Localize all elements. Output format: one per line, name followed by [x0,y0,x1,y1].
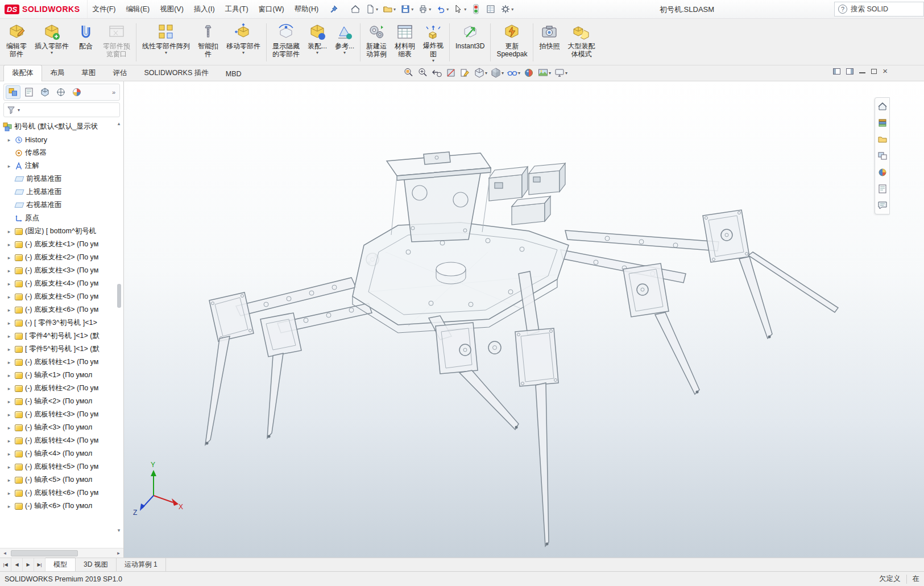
apply-scene-button[interactable]: ▾ [536,66,552,80]
tree-vertical-scrollbar[interactable]: ▴ ▾ [115,119,123,548]
tree-item-component[interactable]: ▸(-) 轴承<6> (По умол [0,500,123,513]
expand-arrow-icon[interactable]: ▸ [6,490,13,496]
tree-item-component[interactable]: ▸(-) 底板支柱<6> (По ум [0,303,123,316]
tree-item-component[interactable]: ▸(-) 底板转柱<3> (По ум [0,408,123,421]
ribbon-button-update-speedpak[interactable]: 更新 Speedpak [492,20,531,64]
tree-item-component[interactable]: ▸(-) [ 零件3^初号机 ]<1> [0,316,123,329]
expand-arrow-icon[interactable]: ▸ [6,438,13,444]
hexapod-model[interactable]: Y X Z [124,81,924,558]
expand-arrow-icon[interactable]: ▸ [6,464,13,470]
tree-item-component[interactable]: ▸(-) 轴承<1> (По умол [0,369,123,382]
expand-arrow-icon[interactable]: ▸ [6,451,13,457]
ribbon-button-linear-pattern[interactable]: 线性零部件阵列 ▾ [138,20,194,64]
tree-item-component[interactable]: ▸[ 零件4^初号机 ]<1> (默 [0,329,123,342]
tree-item-component[interactable]: ▸(-) 底板转柱<5> (По ум [0,460,123,473]
tree-item-sensors[interactable]: 传感器 [0,146,123,159]
expand-arrow-icon[interactable]: ▸ [6,373,13,378]
view-palette-icon[interactable] [876,150,889,162]
ribbon-button-move-component[interactable]: 移动零部件 ▾ [222,20,264,64]
ribbon-button-bill-of-materials[interactable]: 材料明 细表 [391,20,419,64]
scrollbar-thumb[interactable] [117,284,121,308]
tree-item-component[interactable]: ▸(-) 底板转柱<2> (По ум [0,382,123,395]
tab-layout[interactable]: 布局 [42,65,73,81]
tab-evaluate[interactable]: 评估 [105,65,136,81]
tree-item-annotations[interactable]: ▸ 注解 [0,159,123,172]
scrollbar-track[interactable] [10,548,114,558]
search-input[interactable]: 搜索 SOLID [851,5,888,14]
tab-3d-views[interactable]: 3D 视图 [76,558,117,571]
ribbon-button-show-hidden-components[interactable]: 显示隐藏 的零部件 [268,20,304,64]
menu-window[interactable]: 窗口(W) [254,0,289,18]
pane-right-icon[interactable] [846,68,853,75]
tree-item-component[interactable]: ▸[ 零件5^初号机 ]<1> (默 [0,342,123,356]
rebuild-button[interactable] [469,3,483,15]
tree-item-top-plane[interactable]: 上视基准面 [0,185,123,199]
tree-item-component[interactable]: ▸(-) 轴承<5> (По умол [0,473,123,486]
design-library-icon[interactable] [876,117,889,129]
expand-arrow-icon[interactable]: ▸ [6,399,13,405]
view-orientation-button[interactable]: ▾ [473,66,488,80]
tree-item-component[interactable]: ▸(-) 底板支柱<1> (По ум [0,238,123,251]
tab-solidworks-addins[interactable]: SOLIDWORKS 插件 [136,65,217,81]
tree-item-component[interactable]: ▸(-) 轴承<4> (По умол [0,447,123,460]
expand-arrow-icon[interactable]: ▸ [6,477,13,483]
tree-item-component[interactable]: ▸(-) 轴承<2> (По умол [0,395,123,408]
expand-arrow-icon[interactable]: ▸ [6,360,13,365]
tree-item-component[interactable]: ▸(-) 底板支柱<4> (По ум [0,277,123,290]
ribbon-button-reference-geometry[interactable]: 参考... ▾ [331,20,358,64]
propertymanager-tab[interactable] [22,85,36,99]
forum-icon[interactable] [876,199,889,212]
dynamic-annotation-button[interactable] [458,66,472,80]
print-button[interactable]: ▾ [416,3,433,15]
search-box[interactable]: ? 搜索 SOLID [834,2,924,16]
appearances-scenes-icon[interactable] [876,166,889,179]
tab-mbd[interactable]: MBD [217,67,250,81]
tree-filter[interactable]: ▾ [3,102,120,117]
section-view-button[interactable] [444,66,458,80]
scroll-left-icon[interactable]: ◂ [0,548,10,558]
scrollbar-thumb[interactable] [11,550,78,556]
tab-motion-study-1[interactable]: 运动算例 1 [117,558,166,571]
home-button[interactable] [349,3,362,15]
model-leg-mid-right[interactable] [561,250,699,394]
tree-item-component[interactable]: ▸(-) 底板转柱<6> (По ум [0,486,123,500]
displaymanager-tab[interactable] [69,85,84,99]
close-button[interactable]: × [882,68,888,75]
menu-edit[interactable]: 编辑(E) [121,0,155,18]
expand-arrow-icon[interactable]: ▸ [6,268,13,274]
select-tool-button[interactable]: ▾ [451,3,468,15]
edit-appearance-button[interactable] [522,66,536,80]
tree-item-root[interactable]: 初号机 (默认<默认_显示状 [0,120,123,133]
expand-arrow-icon[interactable]: ▸ [6,294,13,300]
scroll-down-icon[interactable]: ▾ [118,527,121,533]
menu-tools[interactable]: 工具(T) [220,0,254,18]
ribbon-button-exploded-view[interactable]: 爆炸视 图 ▾ [419,20,448,64]
expand-arrow-icon[interactable]: ▸ [6,333,13,339]
ribbon-button-assembly-features[interactable]: 装配... ▾ [304,20,331,64]
tree-item-front-plane[interactable]: 前视基准面 [0,172,123,185]
expand-arrow-icon[interactable]: ▸ [6,412,13,418]
tree-item-component[interactable]: ▸(-) 底板支柱<3> (По ум [0,264,123,277]
expand-arrow-icon[interactable]: ▸ [6,320,13,326]
pin-menu-icon[interactable] [329,5,338,14]
help-icon[interactable]: ? [838,5,847,14]
menu-help[interactable]: 帮助(H) [289,0,324,18]
expand-arrow-icon[interactable]: ▸ [6,504,13,509]
solidworks-resources-icon[interactable] [876,100,889,113]
tree-item-component[interactable]: ▸(固定) [ bottom^初号机 [0,225,123,238]
last-tab-button[interactable]: ▶| [34,558,45,571]
tree-item-component[interactable]: ▸(-) 底板支柱<2> (По ум [0,251,123,264]
tree-item-history[interactable]: ▸ History [0,133,123,146]
options-button[interactable]: ▾ [499,3,515,15]
minimize-button[interactable] [859,69,865,73]
open-button[interactable]: ▾ [381,3,397,15]
file-properties-button[interactable] [484,3,498,15]
configurationmanager-tab[interactable] [38,85,52,99]
expand-arrow-icon[interactable]: ▸ [6,242,13,247]
view-settings-button[interactable]: ▾ [553,66,569,80]
ribbon-button-component-preview[interactable]: 零部件预 览窗口 [99,20,134,64]
tree-item-right-plane[interactable]: 右视基准面 [0,199,123,212]
expand-arrow-icon[interactable]: ▸ [6,425,13,431]
new-document-button[interactable]: ▾ [363,3,380,15]
tab-assembly[interactable]: 装配体 [3,65,42,81]
